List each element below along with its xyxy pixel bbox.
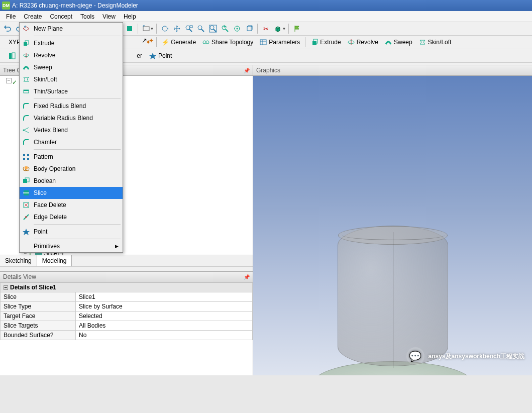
svg-rect-12	[190, 26, 192, 28]
menu-chamfer[interactable]: Chamfer	[20, 136, 123, 148]
plane-tool-icon[interactable]: ✂	[260, 23, 271, 34]
menu-point[interactable]: Point	[20, 226, 123, 238]
wechat-icon: 💬	[406, 347, 424, 365]
svg-rect-38	[24, 90, 29, 91]
detail-row[interactable]: SliceSlice1	[1, 292, 253, 302]
graphics-viewport[interactable]: 💬 ansys及ansysworkbench工程实战	[253, 76, 532, 375]
menu-concept[interactable]: Concept	[46, 12, 76, 22]
svg-rect-25	[260, 40, 266, 45]
svg-line-11	[189, 29, 192, 32]
menu-file[interactable]: File	[2, 12, 20, 22]
detail-row[interactable]: Slice TargetsAll Bodies	[1, 321, 253, 331]
svg-text:+: +	[223, 25, 227, 30]
svg-rect-42	[23, 158, 25, 160]
graphics-header: Graphics	[253, 65, 532, 76]
extrude-button[interactable]: Extrude	[308, 37, 343, 48]
svg-point-9	[162, 26, 167, 31]
menu-help[interactable]: Help	[120, 12, 140, 22]
pan-icon[interactable]	[171, 23, 182, 34]
dropdown-icon[interactable]: ▼	[150, 27, 154, 31]
dropdown-icon[interactable]: ▼	[282, 27, 286, 31]
details-panel: Details View 📌 −Details of Slice1 SliceS…	[0, 271, 253, 375]
app-icon: DM	[2, 2, 10, 10]
menu-body-operation[interactable]: Body Operation	[20, 163, 123, 175]
er-text: er	[137, 52, 145, 59]
zoom-icon[interactable]	[195, 23, 206, 34]
menu-view[interactable]: View	[98, 12, 120, 22]
undo-button[interactable]	[2, 23, 13, 34]
window-title: A: R3236 chuang-mesh-qiege - DesignModel…	[12, 2, 138, 9]
menu-variable-radius-blend[interactable]: Variable Radius Blend	[20, 112, 123, 124]
sweep-button[interactable]: Sweep	[382, 37, 415, 48]
menu-skinloft[interactable]: Skin/Loft	[20, 73, 123, 85]
zoom-fit-icon[interactable]	[207, 23, 219, 34]
graphics-panel: Graphics 💬 ansys及ansysworkbench工程实战	[253, 65, 532, 375]
svg-marker-33	[149, 53, 156, 59]
svg-point-24	[206, 41, 209, 44]
look-at-icon[interactable]	[232, 23, 243, 34]
title-bar: DM A: R3236 chuang-mesh-qiege - DesignMo…	[0, 0, 532, 11]
menu-fixed-radius-blend[interactable]: Fixed Radius Blend	[20, 100, 123, 112]
svg-line-14	[201, 29, 204, 32]
flag-icon[interactable]	[291, 23, 302, 34]
tree-toggle-icon[interactable]	[7, 50, 18, 61]
detail-row[interactable]: Bounded Surface?No	[1, 331, 253, 340]
svg-rect-32	[12, 53, 15, 59]
menu-extrude[interactable]: Extrude	[20, 37, 123, 49]
pin-icon[interactable]: 📌	[244, 274, 250, 280]
menu-sweep[interactable]: Sweep	[20, 61, 123, 73]
details-table: −Details of Slice1 SliceSlice1 Slice Typ…	[0, 282, 253, 340]
rotate-icon[interactable]	[159, 23, 170, 34]
menu-primitives[interactable]: Primitives▶	[20, 240, 123, 252]
svg-point-10	[186, 26, 190, 30]
menu-pattern[interactable]: Pattern	[20, 151, 123, 163]
svg-rect-8	[143, 27, 149, 31]
point-button[interactable]: Point	[146, 50, 174, 61]
details-header: Details View 📌	[0, 272, 253, 282]
watermark: 💬 ansys及ansysworkbench工程实战	[406, 347, 524, 365]
details-group-row[interactable]: −Details of Slice1	[1, 283, 253, 292]
menu-boolean[interactable]: Boolean	[20, 175, 123, 187]
svg-line-16	[214, 29, 216, 32]
svg-point-13	[198, 26, 202, 30]
detail-row[interactable]: Target FaceSelected	[1, 312, 253, 321]
svg-point-46	[25, 166, 28, 169]
tab-sketching[interactable]: Sketching	[0, 255, 37, 266]
filter-body-icon[interactable]	[124, 23, 135, 34]
menu-thinsurface[interactable]: Thin/Surface	[20, 85, 123, 97]
svg-rect-43	[27, 158, 29, 160]
svg-rect-40	[23, 154, 25, 156]
tab-modeling[interactable]: Modeling	[37, 255, 72, 266]
svg-rect-31	[9, 53, 12, 59]
menu-face-delete[interactable]: Face Delete	[20, 199, 123, 211]
create-dropdown-menu: New Plane Extrude Revolve Sweep Skin/Lof…	[19, 22, 123, 253]
parameters-button[interactable]: Parameters	[257, 37, 302, 48]
svg-point-23	[203, 41, 206, 44]
menu-edge-delete[interactable]: Edge Delete	[20, 211, 123, 223]
pin-icon[interactable]: 📌	[244, 68, 250, 73]
iso-icon[interactable]	[244, 23, 255, 34]
svg-rect-7	[127, 26, 132, 31]
skinloft-button[interactable]: Skin/Loft	[416, 37, 454, 48]
menu-create[interactable]: Create	[20, 12, 46, 22]
arrow-icon[interactable]: ↗	[142, 37, 147, 44]
share-topology-button[interactable]: Share Topology	[199, 37, 256, 48]
tree-expander[interactable]: −	[6, 78, 12, 83]
menu-revolve[interactable]: Revolve	[20, 49, 123, 61]
svg-point-39	[23, 130, 25, 131]
svg-point-22	[237, 28, 238, 30]
menu-tools[interactable]: Tools	[76, 12, 98, 22]
tree-tabs: Sketching Modeling	[0, 255, 253, 266]
magnify-icon[interactable]: +	[220, 23, 231, 34]
svg-point-15	[210, 26, 214, 30]
menu-vertex-blend[interactable]: Vertex Blend	[20, 124, 123, 136]
revolve-button[interactable]: Revolve	[345, 37, 381, 48]
lightning-icon[interactable]: ✦	[149, 37, 154, 44]
detail-row[interactable]: Slice TypeSlice by Surface	[1, 302, 253, 312]
submenu-arrow-icon: ▶	[115, 244, 119, 249]
menu-slice[interactable]: Slice	[20, 187, 123, 199]
zoom-box-icon[interactable]	[183, 23, 194, 34]
menu-new-plane[interactable]: New Plane	[20, 23, 123, 35]
svg-rect-41	[27, 154, 29, 156]
generate-button[interactable]: ⚡Generate	[159, 37, 198, 48]
